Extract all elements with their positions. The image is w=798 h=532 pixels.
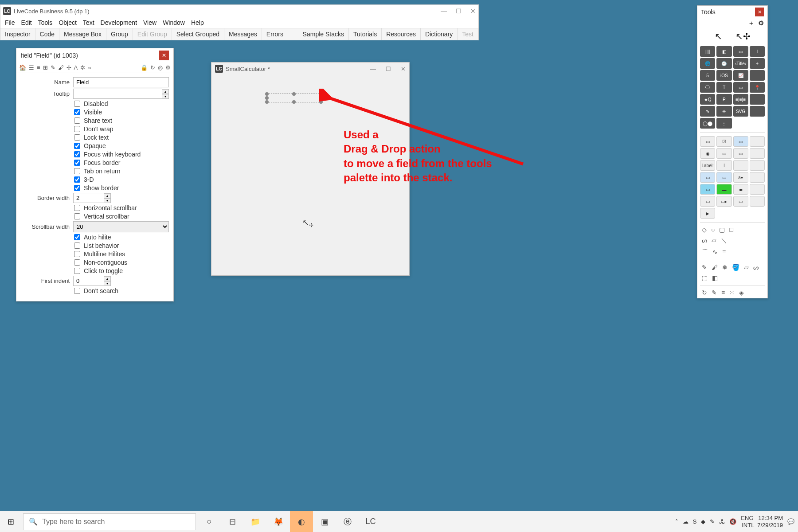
tab2-tool-icon[interactable]: ▭ xyxy=(716,172,732,183)
widget-title-icon[interactable]: ‹Title› xyxy=(733,58,748,69)
tab-brush-icon[interactable]: 🖌 xyxy=(58,64,64,71)
brush-icon[interactable]: 🖌 xyxy=(712,264,718,271)
widget-note-icon[interactable]: ✎ xyxy=(700,106,715,117)
checkbox-lock-text[interactable] xyxy=(74,134,80,141)
widget-textblock-icon[interactable]: T xyxy=(716,82,732,93)
tooltip-down[interactable]: ▼ xyxy=(162,94,169,99)
ruler-tool-icon[interactable]: ▭ xyxy=(700,196,715,207)
freehand2-icon[interactable]: ᔕ xyxy=(753,264,759,271)
firefox-icon[interactable]: 🦊 xyxy=(267,511,290,532)
widget-mobile-icon[interactable]: ▭ xyxy=(733,46,748,57)
default-button-tool-icon[interactable]: ▭ xyxy=(733,136,748,147)
resize-handle[interactable] xyxy=(319,92,323,96)
explorer-icon[interactable]: 📁 xyxy=(244,511,267,532)
resize-handle[interactable] xyxy=(265,100,269,104)
empty5-tool-icon[interactable] xyxy=(750,184,765,195)
tb-select-grouped[interactable]: Select Grouped xyxy=(172,28,224,40)
menu-icon[interactable]: ≡ xyxy=(721,289,725,296)
close-icon[interactable]: ✕ xyxy=(470,8,476,15)
radio-tool-icon[interactable]: ◉ xyxy=(700,148,715,159)
tray-note-icon[interactable]: ✎ xyxy=(710,518,715,525)
tray-s-icon[interactable]: S xyxy=(693,518,697,525)
menu-help[interactable]: Help xyxy=(191,19,204,26)
inspector-titlebar[interactable]: field "Field" (id 1003) ✕ xyxy=(16,48,173,63)
pencil-icon[interactable]: ✎ xyxy=(702,264,707,271)
resize-handle[interactable] xyxy=(265,96,269,100)
checkbox-focus-with-keyboard[interactable] xyxy=(74,151,80,157)
checkbox-show-border[interactable] xyxy=(74,185,80,191)
minimize-icon[interactable]: — xyxy=(441,8,447,15)
checkbox-non-contiguous[interactable] xyxy=(74,259,80,266)
tray-wifi-icon[interactable]: 🖧 xyxy=(719,518,725,525)
field-tool-icon[interactable]: ▭ xyxy=(733,148,748,159)
tools-titlebar[interactable]: Tools ✕ xyxy=(697,6,767,18)
maximize-icon[interactable]: ☐ xyxy=(386,66,391,72)
widget-screen-icon[interactable]: 🖵 xyxy=(700,82,715,93)
diamond-icon[interactable]: ◇ xyxy=(702,226,707,233)
tab-list-icon[interactable]: ☰ xyxy=(29,64,34,71)
image-tool-icon[interactable]: ▭ xyxy=(733,196,748,207)
line-icon[interactable]: ＼ xyxy=(721,237,727,245)
resize-handle[interactable] xyxy=(292,92,296,96)
line-tool-icon[interactable]: — xyxy=(733,160,748,171)
eraser-icon[interactable]: ◧ xyxy=(712,274,718,282)
pen2-icon[interactable]: ✎ xyxy=(712,289,717,296)
tab-move-icon[interactable]: ✢ xyxy=(66,64,71,71)
progress-tool-icon[interactable]: ▬ xyxy=(716,184,732,195)
label-tool-icon[interactable]: Label: xyxy=(700,160,715,171)
tab-more-icon[interactable]: » xyxy=(88,64,91,71)
checkbox--d[interactable] xyxy=(74,176,80,183)
resize-handle[interactable] xyxy=(319,100,323,104)
menu-text[interactable]: Text xyxy=(83,19,94,26)
diamond2-icon[interactable]: ◈ xyxy=(739,289,744,296)
tray-volume-icon[interactable]: 🔇 xyxy=(729,518,736,525)
maximize-icon[interactable]: ☐ xyxy=(456,8,462,15)
clock[interactable]: ENG 12:34 PM INTL 7/29/2019 xyxy=(741,515,783,528)
widget-empty-icon[interactable] xyxy=(750,70,765,81)
widget-empty2-icon[interactable] xyxy=(750,94,765,105)
tb-sample-stacks[interactable]: Sample Stacks xyxy=(298,28,349,40)
widget-caption-icon[interactable]: P xyxy=(716,94,732,105)
resize-handle[interactable] xyxy=(265,92,269,96)
emacs-icon[interactable]: ⓔ xyxy=(336,511,359,532)
scroll-tool-icon[interactable]: ▭▸ xyxy=(716,196,732,207)
tab-edit-icon[interactable]: ✎ xyxy=(51,64,55,71)
widget-empty3-icon[interactable] xyxy=(750,106,765,117)
tab-tool-icon[interactable]: ▭ xyxy=(700,172,715,183)
tools-palette[interactable]: Tools ✕ ＋ ⚙ ↖ ↖✢ |||| ◧ ▭ I 🌐 🕘 ‹Title› … xyxy=(697,5,768,298)
widget-pin-icon[interactable]: 📍 xyxy=(750,82,765,93)
widget-barcode-icon[interactable]: |||| xyxy=(700,46,715,57)
tb-test[interactable]: Test xyxy=(458,28,478,40)
stack-titlebar[interactable]: LC SmallCalculator * — ☐ ✕ xyxy=(211,63,409,75)
tab-db-icon[interactable]: ≡ xyxy=(37,64,40,71)
checkbox-visible[interactable] xyxy=(74,109,80,115)
start-button[interactable]: ⊞ xyxy=(0,517,21,527)
slider-tool-icon[interactable]: ▭ xyxy=(700,184,715,195)
widget-tree-icon[interactable]: ⋮ xyxy=(716,118,732,129)
checkbox-auto-hilite[interactable] xyxy=(74,234,80,240)
empty-tool-icon[interactable] xyxy=(750,136,765,147)
checkbox-vertical-scrollbar[interactable] xyxy=(74,213,80,219)
widget-clock-icon[interactable]: 🕘 xyxy=(716,58,732,69)
settings-icon[interactable]: ⚙ xyxy=(165,64,171,71)
grid-icon[interactable]: ⁙ xyxy=(729,289,735,296)
add-icon[interactable]: ＋ xyxy=(748,19,755,27)
tab-table-icon[interactable]: ⊞ xyxy=(43,64,48,71)
checkbox-don-t-wrap[interactable] xyxy=(74,126,80,132)
gear-icon[interactable]: ⚙ xyxy=(758,19,764,27)
refresh-icon[interactable]: ↻ xyxy=(150,64,155,71)
lines-icon[interactable]: ≡ xyxy=(722,248,726,256)
empty2-tool-icon[interactable] xyxy=(750,148,765,159)
roundrect-icon[interactable]: ▢ xyxy=(719,226,725,233)
poly2-icon[interactable]: ▱ xyxy=(744,264,749,271)
stepper-tool-icon[interactable]: ◂▸ xyxy=(733,184,748,195)
search-box[interactable]: 🔍 Type here to search xyxy=(23,513,196,530)
tab-text-icon[interactable]: A xyxy=(74,64,78,71)
empty3-tool-icon[interactable] xyxy=(750,160,765,171)
target-icon[interactable]: ◎ xyxy=(158,64,163,71)
checkbox-click-to-toggle[interactable] xyxy=(74,268,80,274)
livecode-taskbar-icon[interactable]: LC xyxy=(359,511,382,532)
resize-handle[interactable] xyxy=(292,100,296,104)
menu-file[interactable]: File xyxy=(5,19,15,26)
circle-icon[interactable]: ○ xyxy=(711,226,715,233)
